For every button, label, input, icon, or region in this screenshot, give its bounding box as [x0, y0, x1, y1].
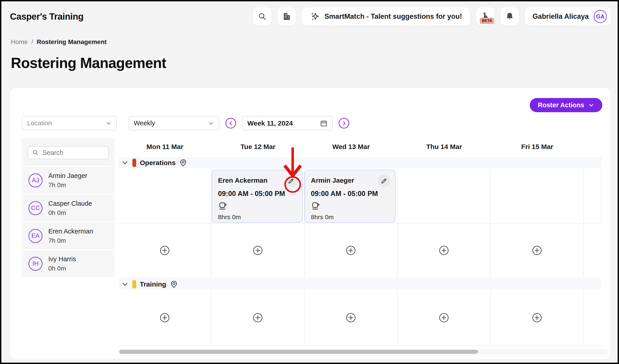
chevron-down-icon — [106, 121, 111, 126]
notifications-button[interactable] — [500, 7, 519, 26]
add-shift-button[interactable] — [159, 245, 170, 256]
day-header: Tue 12 Mar — [211, 142, 305, 152]
employee-name: Casper Claude — [48, 200, 92, 207]
grid-cell[interactable] — [491, 290, 584, 346]
calendar-icon — [320, 120, 327, 127]
employee-hours: 0h 0m — [48, 209, 92, 216]
sparkles-icon — [310, 12, 320, 21]
avatar: EA — [28, 229, 42, 243]
add-shift-button[interactable] — [532, 245, 542, 256]
grid-cell[interactable] — [211, 224, 305, 277]
profile-button[interactable]: Gabriella Alicaya GA — [525, 7, 611, 26]
breadcrumb-current: Rostering Management — [37, 38, 107, 46]
horizontal-scrollbar-thumb[interactable] — [119, 350, 478, 354]
add-shift-button[interactable] — [253, 312, 263, 323]
employee-info: Eren Ackerman 7h 0m — [48, 228, 93, 244]
grid-cell[interactable] — [398, 290, 491, 346]
employee-name: Ivy Harris — [48, 255, 76, 263]
employee-name: Eren Ackerman — [48, 228, 93, 235]
day-header-partial — [584, 142, 601, 152]
add-shift-button[interactable] — [439, 312, 449, 323]
section-color-pill — [132, 159, 136, 167]
employee-search-input[interactable]: Search — [28, 146, 109, 159]
breadcrumb-home-link[interactable]: Home — [11, 38, 28, 46]
app-screen: Casper's Training — [1, 1, 618, 363]
location-pin-icon — [179, 159, 187, 167]
employee-info: Casper Claude 0h 0m — [48, 200, 92, 216]
organisation-button[interactable] — [277, 7, 296, 26]
grid-cell[interactable] — [491, 224, 584, 277]
week-picker-value: Week 11, 2024 — [247, 120, 293, 127]
grid-cell[interactable] — [584, 168, 601, 223]
search-icon — [32, 149, 39, 156]
building-icon — [282, 12, 291, 21]
shift-time: 09:00 AM - 05:00 PM — [311, 190, 389, 198]
employee-row[interactable]: AJ Armin Jaeger 7h 0m — [22, 167, 114, 194]
grid-cell[interactable] — [211, 290, 305, 346]
employee-hours: 7h 0m — [48, 182, 87, 189]
smartmatch-button[interactable]: SmartMatch - Talent suggestions for you! — [302, 7, 470, 26]
grid-cell[interactable] — [398, 224, 491, 277]
employee-row[interactable]: EA Eren Ackerman 7h 0m — [22, 222, 114, 249]
edit-shift-button[interactable] — [378, 175, 390, 188]
avatar: CC — [28, 201, 42, 215]
add-shift-button[interactable] — [159, 312, 170, 323]
grid-cell[interactable] — [398, 168, 491, 223]
add-shift-button[interactable] — [253, 245, 263, 256]
pencil-icon — [380, 178, 387, 185]
view-mode-value: Weekly — [134, 120, 155, 127]
location-select[interactable]: Location — [22, 116, 117, 130]
day-header: Mon 11 Mar — [118, 142, 211, 152]
chevron-down-icon — [121, 281, 129, 288]
section-header-training[interactable]: Training — [118, 279, 601, 290]
grid-cell[interactable] — [305, 290, 398, 346]
chevron-right-icon — [341, 120, 347, 126]
shift-card-armin-jaeger[interactable]: Armin Jaeger 09:00 AM - 05:00 PM — [305, 170, 395, 223]
bell-icon — [505, 12, 514, 21]
top-bar: Casper's Training — [1, 1, 618, 26]
avatar: GA — [594, 10, 607, 23]
add-shift-button[interactable] — [346, 312, 356, 323]
location-select-value: Location — [27, 120, 52, 127]
chevron-down-icon — [208, 121, 214, 126]
smartmatch-label: SmartMatch - Talent suggestions for you! — [324, 13, 462, 21]
grid-cell[interactable] — [491, 168, 584, 223]
employee-row[interactable]: IH Ivy Harris 0h 0m — [22, 250, 114, 277]
chevron-left-icon — [228, 120, 234, 126]
week-picker[interactable]: Week 11, 2024 — [242, 116, 333, 130]
section-color-pill — [132, 280, 136, 289]
search-button[interactable] — [253, 7, 271, 26]
add-shift-button[interactable] — [439, 245, 449, 256]
employee-hours: 7h 0m — [48, 237, 93, 244]
grid-cell[interactable] — [305, 224, 398, 277]
edit-shift-button[interactable] — [285, 175, 297, 188]
training-empty-row — [118, 290, 601, 346]
shift-duration: 8hrs 0m — [218, 214, 296, 221]
view-mode-select[interactable]: Weekly — [128, 116, 219, 130]
add-shift-button[interactable] — [532, 312, 542, 323]
search-icon — [258, 12, 267, 21]
section-label: Training — [140, 281, 166, 288]
grid-cell[interactable] — [584, 290, 601, 346]
grid-cell[interactable] — [118, 168, 211, 223]
shift-card-eren-ackerman[interactable]: Eren Ackerman 09:00 AM - 05:00 PM — [212, 170, 303, 223]
section-header-operations[interactable]: Operations — [118, 157, 601, 168]
user-name: Gabriella Alicaya — [533, 13, 589, 21]
operations-empty-row — [118, 224, 601, 278]
next-week-button[interactable] — [339, 118, 349, 128]
grid-cell[interactable] — [118, 290, 211, 346]
horizontal-scrollbar-track[interactable] — [118, 349, 608, 354]
labs-button[interactable]: BETA — [476, 7, 494, 26]
beta-badge: BETA — [480, 18, 494, 24]
previous-week-button[interactable] — [225, 118, 236, 128]
breadcrumb-separator: / — [31, 38, 33, 46]
shift-duration: 8hrs 0m — [311, 214, 389, 221]
grid-cell[interactable] — [584, 224, 601, 277]
employee-row[interactable]: CC Casper Claude 0h 0m — [22, 195, 114, 221]
grid-cell[interactable] — [118, 224, 211, 277]
chevron-down-icon — [121, 159, 129, 167]
add-shift-button[interactable] — [346, 245, 356, 256]
location-pin-icon — [170, 280, 178, 288]
schedule-grid: Mon 11 Mar Tue 12 Mar Wed 13 Mar Thu 14 … — [118, 142, 601, 354]
roster-actions-button[interactable]: Roster Actions — [530, 98, 602, 112]
